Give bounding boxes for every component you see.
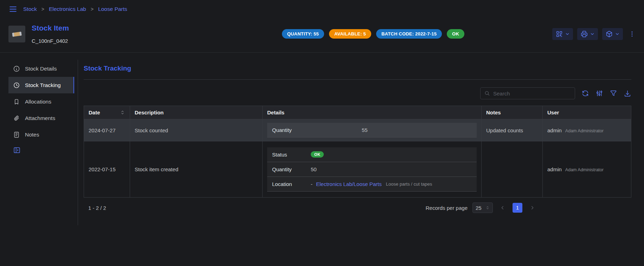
notes-cell: Updated counts: [482, 119, 543, 141]
panel-sidebar: Stock Details Stock Tracking Allocations…: [0, 60, 78, 225]
qrcode-icon: [555, 30, 563, 38]
stock-item-header: Stock Item C_100nF_0402 QUANTITY: 55 AVA…: [0, 18, 644, 53]
breadcrumb-separator: >: [41, 6, 44, 12]
breadcrumb-link-electronics-lab[interactable]: Electronics Lab: [49, 6, 86, 12]
detail-key: Location: [272, 181, 311, 187]
filter-button[interactable]: [610, 89, 617, 97]
refresh-icon: [581, 89, 589, 97]
batch-code-badge: BATCH CODE: 2022-7-15: [376, 29, 442, 39]
table-footer: 1 - 2 / 2 Records per page 25 1: [84, 198, 631, 218]
part-name: C_100nF_0402: [32, 38, 69, 44]
records-per-page-value: 25: [476, 205, 482, 211]
user-cell: admin Adam Administrator: [543, 119, 631, 141]
title-block: Stock Item C_100nF_0402: [32, 24, 69, 44]
detail-quantity-row: Quantity 55: [267, 123, 477, 138]
detail-location-row: Location - Electronics Lab/Loose Parts L…: [267, 177, 477, 192]
search-box: [480, 87, 575, 99]
stock-tracking-panel: Stock Tracking: [78, 60, 644, 225]
status-badges: QUANTITY: 55 AVAILABLE: 5 BATCH CODE: 20…: [282, 29, 464, 39]
location-link[interactable]: Electronics Lab/Loose Parts: [316, 181, 382, 187]
chevron-left-icon: [500, 205, 505, 211]
sidebar-item-notes[interactable]: Notes: [8, 126, 74, 143]
hamburger-menu-icon[interactable]: [8, 5, 18, 14]
package-icon: [605, 30, 613, 38]
capacitor-image: [11, 30, 23, 38]
details-cell: Quantity 55: [263, 119, 482, 141]
quantity-badge: QUANTITY: 55: [282, 29, 324, 39]
table-options-button[interactable]: [595, 89, 603, 97]
chevron-down-icon: [615, 32, 620, 36]
column-header-description[interactable]: Description: [130, 106, 263, 119]
previous-page-button[interactable]: [498, 203, 508, 213]
user-full-name: Adam Administrator: [565, 167, 604, 172]
details-cell: Status OK Quantity 50 Location - Electro…: [263, 141, 482, 198]
detail-key: Status: [272, 152, 311, 158]
selector-icon: [485, 206, 490, 210]
location-description: Loose parts / cut tapes: [386, 181, 432, 187]
records-per-page-label: Records per page: [426, 205, 468, 211]
pagination-controls: Records per page 25 1: [426, 202, 537, 213]
table-toolbar: [84, 87, 631, 99]
detail-quantity-row: Quantity 50: [267, 162, 477, 177]
description-cell: Stock counted: [130, 119, 263, 141]
collapse-sidebar-button[interactable]: [8, 146, 74, 154]
detail-value: 55: [362, 127, 368, 133]
column-header-user[interactable]: User: [543, 106, 631, 119]
records-per-page-select[interactable]: 25: [472, 202, 493, 213]
detail-key: Quantity: [272, 127, 311, 133]
table-row: 2022-07-15 Stock item created Status OK …: [84, 141, 631, 198]
sidebar-item-allocations[interactable]: Allocations: [8, 93, 74, 110]
table-row: 2024-07-27 Stock counted Quantity 55 Upd…: [84, 119, 631, 141]
sidebar-item-stock-tracking[interactable]: Stock Tracking: [8, 77, 74, 93]
sidebar-item-attachments[interactable]: Attachments: [8, 110, 74, 126]
date-cell: 2022-07-15: [84, 141, 130, 198]
ok-status-badge: OK: [311, 151, 324, 158]
username: admin: [547, 166, 562, 172]
sidebar-item-label: Stock Details: [25, 66, 57, 72]
search-icon: [484, 90, 490, 97]
sidebar-item-stock-details[interactable]: Stock Details: [8, 60, 74, 77]
download-button[interactable]: [624, 89, 631, 97]
detail-key: Quantity: [272, 166, 311, 172]
download-icon: [624, 89, 631, 97]
page-1-button[interactable]: 1: [513, 203, 522, 213]
more-actions-button[interactable]: [629, 31, 636, 38]
header-actions: [552, 28, 636, 40]
stock-actions-button[interactable]: [602, 28, 623, 40]
column-header-notes[interactable]: Notes: [482, 106, 543, 119]
breadcrumb: Stock > Electronics Lab > Loose Parts: [23, 6, 127, 12]
dots-vertical-icon: [629, 31, 636, 38]
paperclip-icon: [13, 115, 20, 122]
part-thumbnail[interactable]: [8, 26, 25, 42]
breadcrumb-separator: >: [91, 6, 94, 12]
record-range: 1 - 2 / 2: [88, 205, 106, 211]
next-page-button[interactable]: [527, 203, 537, 213]
location-dash: -: [311, 181, 313, 187]
sidebar-item-label: Stock Tracking: [25, 82, 61, 88]
search-input[interactable]: [493, 91, 571, 97]
sort-icon[interactable]: [120, 110, 125, 115]
content-area: Stock Details Stock Tracking Allocations…: [0, 53, 644, 225]
printer-icon: [580, 30, 588, 38]
user-cell: admin Adam Administrator: [543, 141, 631, 198]
detail-value: 50: [311, 166, 317, 172]
panel-heading: Stock Tracking: [84, 60, 631, 80]
info-icon: [13, 65, 20, 72]
sidebar-item-label: Allocations: [25, 99, 51, 105]
sidebar-item-label: Notes: [25, 132, 39, 138]
adjustments-icon: [595, 89, 603, 97]
barcode-actions-button[interactable]: [552, 28, 573, 40]
page-title: Stock Item: [32, 24, 69, 32]
bookmark-icon: [13, 98, 20, 105]
notes-cell: [482, 141, 543, 198]
refresh-button[interactable]: [581, 89, 589, 97]
column-header-date[interactable]: Date: [84, 106, 130, 119]
breadcrumb-link-stock[interactable]: Stock: [23, 6, 37, 12]
ok-status-badge: OK: [447, 29, 464, 39]
column-header-details[interactable]: Details: [263, 106, 482, 119]
username: admin: [547, 127, 562, 133]
breadcrumb-link-loose-parts[interactable]: Loose Parts: [98, 6, 127, 12]
available-badge: AVAILABLE: 5: [329, 29, 371, 39]
table-header-row: Date Description Details Notes User: [84, 106, 631, 119]
print-actions-button[interactable]: [577, 28, 598, 40]
